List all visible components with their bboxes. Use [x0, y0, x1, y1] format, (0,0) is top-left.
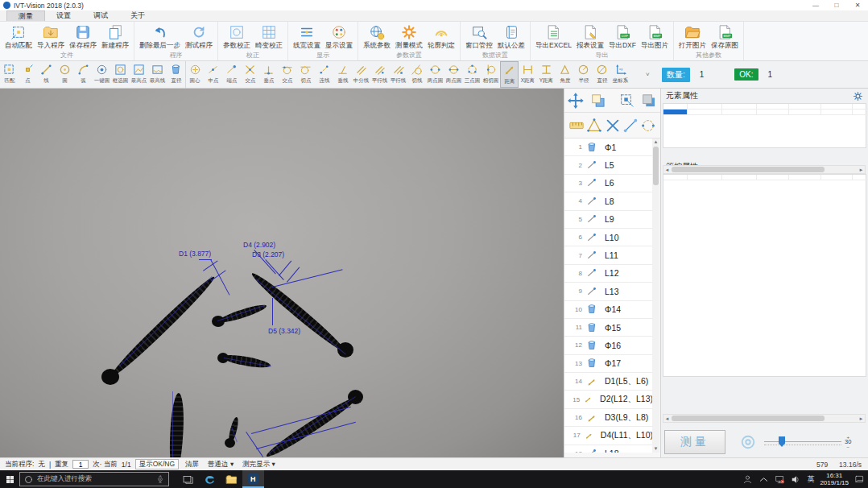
- network-icon[interactable]: [775, 474, 785, 485]
- tool-button[interactable]: Y距离: [537, 61, 556, 88]
- show-okng-button[interactable]: 显示OK/NG: [135, 459, 179, 469]
- move-button[interactable]: [568, 93, 584, 109]
- tool-button[interactable]: 角度: [556, 61, 574, 88]
- maximize-button[interactable]: □: [826, 0, 847, 10]
- people-icon[interactable]: [742, 474, 753, 485]
- clear-screen-button[interactable]: 清屏: [183, 460, 201, 469]
- scrollbar-thumb[interactable]: [672, 167, 825, 172]
- language-indicator[interactable]: 英: [807, 474, 814, 485]
- table-row[interactable]: [663, 110, 866, 115]
- element-list-item[interactable]: 9L13: [564, 283, 653, 300]
- taskbar-search-input[interactable]: 在此键入进行搜索: [19, 472, 169, 486]
- scrollbar-thumb[interactable]: [672, 416, 825, 421]
- table-cell[interactable]: [789, 110, 821, 115]
- filter-triangle-button[interactable]: [586, 118, 602, 134]
- tool-button[interactable]: X距离: [519, 61, 537, 88]
- ribbon-button[interactable]: 导出EXCEL: [533, 23, 574, 51]
- element-list-item[interactable]: 15D2(L12、L13): [564, 391, 653, 408]
- tool-button[interactable]: 直径: [167, 61, 185, 88]
- mic-icon[interactable]: [156, 474, 164, 484]
- menu-tab[interactable]: 测量: [6, 10, 45, 21]
- taskbar-app-edge[interactable]: [199, 470, 221, 488]
- task-view-button[interactable]: [177, 470, 199, 488]
- control-table-hscrollbar[interactable]: ◄►: [663, 414, 866, 423]
- ribbon-button[interactable]: 打开图片: [676, 23, 709, 51]
- ribbon-button[interactable]: DXF导出DXF: [606, 23, 639, 51]
- ribbon-button[interactable]: BMP导出图片: [639, 23, 671, 51]
- table-cell[interactable]: [757, 110, 789, 115]
- filter-line-button[interactable]: [622, 118, 639, 134]
- close-button[interactable]: ✕: [847, 0, 868, 10]
- tool-button[interactable]: 两点圆: [426, 61, 444, 88]
- ribbon-button[interactable]: 自动匹配: [2, 23, 35, 51]
- tool-button[interactable]: 三点圆: [463, 61, 482, 88]
- tool-button[interactable]: 直径: [593, 61, 611, 88]
- start-button[interactable]: [0, 470, 19, 488]
- tool-button[interactable]: 一键圆: [93, 61, 111, 88]
- copy-button[interactable]: [590, 93, 606, 109]
- element-list-item[interactable]: 18L18: [564, 445, 653, 453]
- filter-ruler-button[interactable]: [568, 118, 585, 134]
- notification-icon[interactable]: [854, 474, 865, 485]
- ribbon-button[interactable]: 保存程序: [67, 23, 99, 51]
- ribbon-button[interactable]: 轮廓判定: [425, 23, 457, 51]
- measure-button[interactable]: 测量: [664, 430, 725, 454]
- slider-decrease-button[interactable]: −: [846, 445, 849, 449]
- tool-button[interactable]: 两点圆: [444, 61, 463, 88]
- tool-button[interactable]: 框选圆: [111, 61, 130, 88]
- tool-button[interactable]: 交点: [278, 61, 296, 88]
- element-list-item[interactable]: 3L6: [564, 175, 653, 192]
- menu-tab[interactable]: 调试: [82, 10, 119, 21]
- edge-mode-dropdown[interactable]: 普通边 ▾: [205, 460, 236, 469]
- tool-button[interactable]: 中点: [204, 61, 222, 88]
- element-list-scrollbar[interactable]: ▲ ▼: [652, 139, 659, 453]
- element-list-item[interactable]: 13Φ17: [564, 355, 653, 373]
- menu-tab[interactable]: 设置: [45, 10, 82, 21]
- repeat-count-input[interactable]: [72, 460, 89, 469]
- tool-button[interactable]: 切点: [296, 61, 315, 88]
- ribbon-button[interactable]: 测量模式: [393, 23, 425, 51]
- scroll-up-icon[interactable]: ▲: [652, 139, 659, 146]
- chevron-up-icon[interactable]: [758, 474, 769, 485]
- minimize-button[interactable]: —: [805, 0, 826, 10]
- threshold-slider[interactable]: [764, 436, 841, 449]
- scrollbar-thumb[interactable]: [653, 147, 659, 185]
- element-list-item[interactable]: 8L12: [564, 265, 653, 283]
- ribbon-button[interactable]: 线宽设置: [291, 23, 323, 51]
- ribbon-button[interactable]: 系统参数: [361, 23, 393, 51]
- table-cell[interactable]: [853, 110, 868, 115]
- ribbon-button[interactable]: 默认公差: [495, 23, 527, 51]
- element-list-item[interactable]: 14D1(L5、L6): [564, 373, 653, 391]
- table-cell[interactable]: [722, 110, 757, 115]
- ribbon-button[interactable]: BMP保存原图: [709, 23, 741, 51]
- tool-button[interactable]: 线: [37, 61, 56, 88]
- element-list-item[interactable]: 11Φ15: [564, 319, 653, 337]
- element-list-item[interactable]: 5L9: [564, 211, 653, 229]
- tool-button[interactable]: 平行线: [389, 61, 407, 88]
- ribbon-button[interactable]: 导入程序: [35, 23, 67, 51]
- element-list-item[interactable]: 16D3(L9、L8): [564, 409, 653, 427]
- filter-circle-button[interactable]: [640, 118, 656, 134]
- element-table-hscrollbar[interactable]: ◄►: [663, 165, 866, 174]
- element-list-item[interactable]: 1Φ1: [564, 139, 653, 156]
- scroll-down-icon[interactable]: ▼: [652, 445, 659, 453]
- tool-button[interactable]: 圆: [56, 61, 74, 88]
- tool-button[interactable]: 垂点: [259, 61, 278, 88]
- element-list-item[interactable]: 6L10: [564, 229, 653, 246]
- ribbon-button[interactable]: 新建程序: [99, 23, 131, 51]
- tool-button[interactable]: 最高点: [130, 61, 148, 88]
- tool-button[interactable]: 垂线: [333, 61, 352, 88]
- element-list-item[interactable]: 12Φ16: [564, 337, 653, 354]
- layers-button[interactable]: [641, 93, 657, 109]
- tool-button[interactable]: 距离: [500, 61, 519, 88]
- element-list-item[interactable]: 7L11: [564, 246, 653, 264]
- tool-button[interactable]: 相切圆: [482, 61, 500, 88]
- tool-button[interactable]: 平行线: [370, 61, 389, 88]
- tool-button[interactable]: 弧: [74, 61, 93, 88]
- region-button[interactable]: [619, 93, 635, 109]
- tool-button[interactable]: 端点: [222, 61, 241, 88]
- ribbon-button[interactable]: 畸变校正: [253, 23, 285, 51]
- ribbon-button[interactable]: 测试程序: [183, 23, 215, 51]
- ribbon-button[interactable]: 显示设置: [323, 23, 355, 51]
- image-viewport[interactable]: D1 (3.877) D4 (2.902) D3 (2.207) D5 (3.3…: [0, 89, 564, 457]
